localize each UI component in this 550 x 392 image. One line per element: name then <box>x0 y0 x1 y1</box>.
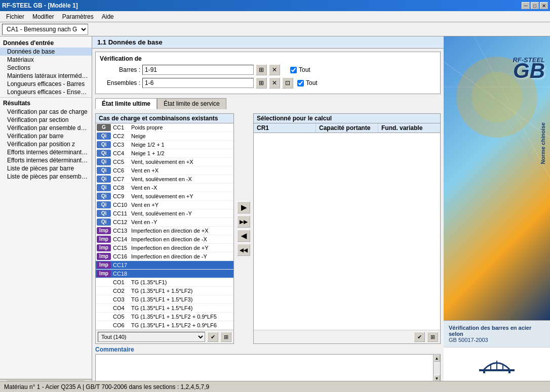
sidebar-item-verif-ensemble[interactable]: Vérification par ensemble de ba <box>0 124 92 132</box>
load-list-item[interactable]: GCC1Poids propre <box>96 123 233 132</box>
ensembles-clear-icon[interactable]: ✕ <box>269 77 280 89</box>
load-table-icon[interactable]: ⊞ <box>220 332 231 342</box>
panel-content: Vérification de Barres : ⊞ ✕ Tout Ensemb… <box>92 49 444 381</box>
load-list-item[interactable]: CO3TG (1.35*LF1 + 1.5*LF3) <box>96 295 233 304</box>
rf-info-ref: GB 50017-2003 <box>449 337 545 343</box>
selected-table-icon[interactable]: ⊞ <box>427 332 438 342</box>
selected-bottom-bar: ✔ ⊞ <box>254 330 440 343</box>
rf-panel: RF-STEEL GB Norme chinoise Vérification … <box>444 36 550 381</box>
load-list-item[interactable]: ImpCC16Imperfection en direction de -Y <box>96 252 233 261</box>
ensembles-tout-checkbox[interactable] <box>297 80 304 86</box>
sidebar-item-verif-barre[interactable]: Vérification par barre <box>0 132 92 140</box>
barres-row: Barres : ⊞ ✕ Tout <box>100 64 436 75</box>
menu-bar: Fichier Modifier Paramètres Aide <box>0 11 550 22</box>
load-area: Cas de charge et combinaisons existants … <box>95 113 441 344</box>
load-list-item[interactable]: CO6TG (1.35*LF1 + 1.5*LF2 + 0.9*LF6 <box>96 321 233 330</box>
barres-input[interactable] <box>142 65 254 75</box>
sidebar-item-verif-position[interactable]: Vérification par position z <box>0 140 92 148</box>
rf-logo-icon <box>444 347 550 381</box>
barres-tout-checkbox[interactable] <box>290 67 297 73</box>
arrow-buttons: ▶ ▶▶ ◀ ◀◀ <box>236 113 251 344</box>
title-bar: RF-STEEL GB - [Modèle 1] ─ □ ✕ <box>0 0 550 11</box>
menu-modifier[interactable]: Modifier <box>28 12 58 21</box>
sidebar-item-verif-section[interactable]: Vérification par section <box>0 116 92 124</box>
load-filter-bar: Tout (140) ✔ ⊞ <box>96 330 233 343</box>
menu-fichier[interactable]: Fichier <box>2 12 28 21</box>
load-list-item[interactable]: CO5TG (1.35*LF1 + 1.5*LF2 + 0.9*LF5 <box>96 313 233 321</box>
scrollbar-down-btn[interactable]: ▼ <box>434 375 440 381</box>
load-list-item[interactable]: CO4TG (1.35*LF1 + 1.5*LF4) <box>96 304 233 313</box>
load-list-item[interactable]: QiCC5Vent, soulèvement en +X <box>96 158 233 166</box>
col-desc: Capacité portante <box>316 123 378 133</box>
load-list-item[interactable]: QiCC3Neige 1/2 + 1 <box>96 141 233 149</box>
toolbar-row: CA1 - Bemessung nach GB 500: <box>0 22 550 36</box>
load-list-item[interactable]: CO2TG (1.35*LF1 + 1.5*LF2) <box>96 287 233 295</box>
selected-check-icon[interactable]: ✔ <box>414 332 425 342</box>
load-check-icon[interactable]: ✔ <box>207 332 218 342</box>
comment-textarea[interactable] <box>96 355 433 381</box>
move-left-all-btn[interactable]: ◀◀ <box>237 244 250 256</box>
load-list-item[interactable]: ImpCC14Imperfection en direction de -X <box>96 235 233 244</box>
barres-select-icon[interactable]: ⊞ <box>256 64 267 75</box>
load-list-item[interactable]: QiCC10Vent en +Y <box>96 201 233 209</box>
title-controls: ─ □ ✕ <box>522 2 548 9</box>
ensembles-tout-label: Tout <box>306 79 318 86</box>
minimize-button[interactable]: ─ <box>522 2 530 9</box>
load-list-item[interactable]: ImpCC18 <box>96 270 233 278</box>
load-list-item[interactable]: QiCC4Neige 1 + 1/2 <box>96 149 233 158</box>
sidebar-item-maintiens[interactable]: Maintiens latéraux intermédiair <box>0 72 92 80</box>
menu-aide[interactable]: Aide <box>98 12 118 21</box>
ensembles-input[interactable] <box>142 78 254 88</box>
load-list-item[interactable]: CO1TG (1.35*LF1) <box>96 278 233 287</box>
ensembles-extra-icon[interactable]: ⊡ <box>282 77 293 89</box>
sidebar: Données d'entrée Données de base Matéria… <box>0 36 92 381</box>
load-list-item[interactable]: ImpCC15Imperfection en direction de +Y <box>96 244 233 252</box>
sidebar-item-liste-ensemble[interactable]: Liste de pièces par ensemble d <box>0 172 92 181</box>
sidebar-item-longueurs-ensemble[interactable]: Longueurs efficaces - Ensemble <box>0 88 92 96</box>
tab-etat-ultime[interactable]: État limite ultime <box>95 98 157 109</box>
rf-steel-logo: RF-STEEL GB <box>513 57 545 80</box>
tab-etat-service[interactable]: État limite de service <box>157 98 226 109</box>
selected-panel: Sélectionné pour le calcul CR1 Capacité … <box>253 113 441 344</box>
case-dropdown[interactable]: CA1 - Bemessung nach GB 500: <box>2 24 88 35</box>
load-list-item[interactable]: QiCC8Vent en -X <box>96 184 233 192</box>
sidebar-item-verif-cas[interactable]: Vérification par cas de charge <box>0 108 92 116</box>
maximize-button[interactable]: □ <box>531 2 539 9</box>
load-list-item[interactable]: ImpCC13Imperfection en direction de +X <box>96 227 233 235</box>
load-list-item[interactable]: ImpCC17 <box>96 261 233 270</box>
load-list-item[interactable]: QiCC2Neige <box>96 132 233 141</box>
right-panel: 1.1 Données de base Vérification de Barr… <box>92 36 444 381</box>
sidebar-item-donnees-de-base[interactable]: Données de base <box>0 48 92 56</box>
close-button[interactable]: ✕ <box>540 2 548 9</box>
selected-header: Sélectionné pour le calcul <box>254 114 440 123</box>
sidebar-divider <box>0 97 92 98</box>
barres-clear-icon[interactable]: ✕ <box>269 64 280 75</box>
load-list-header: Cas de charge et combinaisons existants <box>96 114 233 123</box>
ensembles-row: Ensembles : ⊞ ✕ ⊡ Tout <box>100 77 436 89</box>
load-list-item[interactable]: QiCC9Vent, soulèvement en +Y <box>96 192 233 201</box>
sidebar-item-efforts-2[interactable]: Efforts internes déterminants p <box>0 156 92 164</box>
sidebar-item-sections[interactable]: Sections <box>0 64 92 72</box>
ensembles-label: Ensembles : <box>100 79 140 86</box>
sidebar-item-efforts-1[interactable]: Efforts internes déterminants p <box>0 148 92 156</box>
rf-norme-label: Norme chinoise <box>540 122 546 164</box>
status-bar: Matériau n° 1 - Acier Q235 A | GB/T 700-… <box>0 381 550 392</box>
load-list-item[interactable]: QiCC11Vent, soulèvement en -Y <box>96 209 233 218</box>
barres-tout-label: Tout <box>299 66 310 73</box>
load-filter-select[interactable]: Tout (140) <box>98 332 205 342</box>
load-list-item[interactable]: QiCC6Vent en +X <box>96 166 233 175</box>
load-list-item[interactable]: QiCC7Vent, soulèvement en -X <box>96 175 233 184</box>
sidebar-section-entree: Données d'entrée <box>0 38 92 48</box>
sidebar-item-longueurs-barres[interactable]: Longueurs efficaces - Barres <box>0 80 92 88</box>
move-right-all-btn[interactable]: ▶▶ <box>237 215 250 228</box>
ensembles-select-icon[interactable]: ⊞ <box>256 77 267 89</box>
scrollbar-up-btn[interactable]: ▲ <box>434 355 440 362</box>
menu-parametres[interactable]: Paramètres <box>58 12 98 21</box>
svg-rect-10 <box>483 369 485 373</box>
move-left-btn[interactable]: ◀ <box>237 230 250 242</box>
load-list-item[interactable]: QiCC12Vent en -Y <box>96 218 233 227</box>
rf-info-title: Vérification des barres en acier selon <box>449 325 545 337</box>
sidebar-item-materiaux[interactable]: Matériaux <box>0 56 92 64</box>
sidebar-item-liste-barre[interactable]: Liste de pièces par barre <box>0 164 92 172</box>
move-right-btn[interactable]: ▶ <box>237 201 250 213</box>
